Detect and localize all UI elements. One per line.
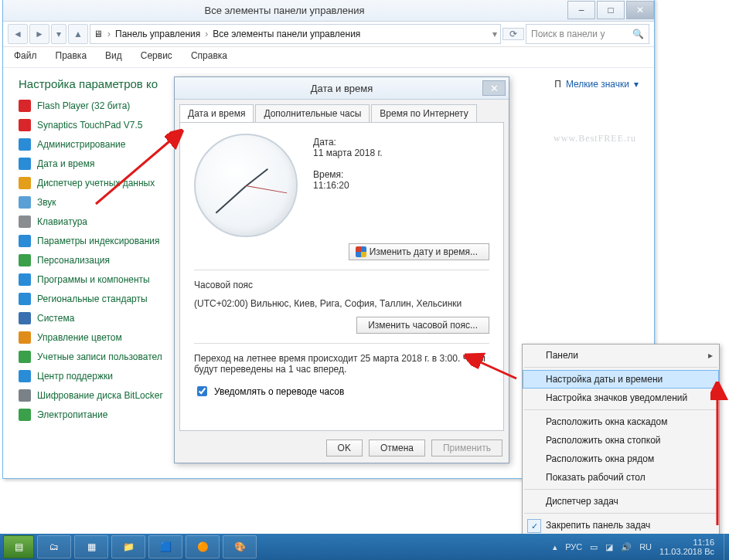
svg-line-0 xyxy=(96,133,179,204)
taskbar: ▤ 🗂 ▦ 📁 🟦 🟠 🎨 ▴ РУС ▭ ◪ 🔊 RU 11:16 11.03… xyxy=(0,534,729,560)
taskbar-app-1[interactable]: 🗂 xyxy=(37,535,71,558)
tray-volume-icon[interactable]: 🔊 xyxy=(621,542,632,552)
tray-clock[interactable]: 11:16 11.03.2018 Вс xyxy=(659,538,714,556)
start-button[interactable]: ▤ xyxy=(3,535,34,558)
svg-line-1 xyxy=(468,357,516,378)
system-tray: ▴ РУС ▭ ◪ 🔊 RU 11:16 11.03.2018 Вс xyxy=(553,538,720,556)
tray-lang-small[interactable]: РУС xyxy=(565,542,582,552)
annotation-arrows xyxy=(0,0,729,560)
show-desktop-button[interactable] xyxy=(724,534,729,560)
taskbar-app-5[interactable]: 🟠 xyxy=(186,535,220,558)
taskbar-app-3[interactable]: 📁 xyxy=(111,535,145,558)
tray-date: 11.03.2018 Вс xyxy=(659,547,714,556)
taskbar-app-6[interactable]: 🎨 xyxy=(223,535,257,558)
tray-chevron-icon[interactable]: ▴ xyxy=(553,542,557,552)
taskbar-app-2[interactable]: ▦ xyxy=(74,535,108,558)
tray-flag-icon[interactable]: ▭ xyxy=(590,542,598,552)
tray-lang[interactable]: RU xyxy=(639,542,652,552)
taskbar-app-4[interactable]: 🟦 xyxy=(148,535,182,558)
tray-time: 11:16 xyxy=(693,538,714,547)
tray-network-icon[interactable]: ◪ xyxy=(605,542,613,552)
